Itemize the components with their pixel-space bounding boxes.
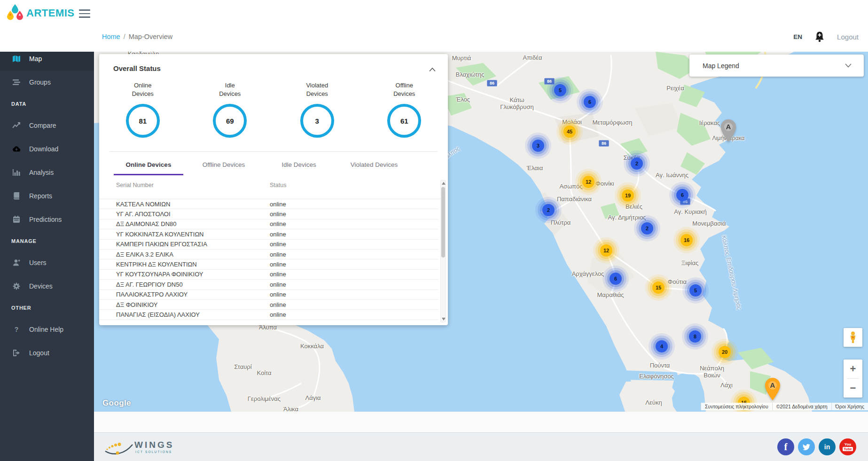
device-cluster-marker[interactable]: 20 — [719, 346, 731, 358]
tab-idle-devices[interactable]: Idle Devices — [261, 154, 336, 175]
table-row[interactable]: ΚΕΝΤΡΙΚΗ ΔΞ ΚΟΥΛΕΝΤΙΩΝ online — [99, 259, 438, 269]
attribution-link[interactable]: Συντομεύσεις πληκτρολογίου — [701, 403, 772, 410]
device-cluster-marker[interactable]: 12 — [600, 244, 612, 257]
device-status: online — [270, 231, 438, 238]
device-cluster-marker[interactable]: 15 — [652, 281, 665, 294]
cluster-count: 12 — [586, 179, 591, 185]
sidebar-item-label: Logout — [29, 349, 49, 357]
device-cluster-marker[interactable]: 6 — [610, 273, 622, 285]
device-cluster-marker[interactable]: 2 — [631, 157, 643, 170]
street-view-pegman[interactable] — [844, 328, 862, 347]
table-row[interactable]: ΔΞ ΔΑΙΜΟΝΙΑΣ DN80 online — [99, 219, 438, 229]
device-status: online — [270, 291, 438, 298]
device-cluster-marker[interactable]: 2 — [641, 222, 653, 234]
map-legend-label: Map Legend — [703, 62, 739, 70]
device-cluster-marker[interactable]: 6 — [584, 96, 596, 108]
twitter-icon[interactable] — [798, 438, 815, 455]
linkedin-icon[interactable]: in — [819, 438, 836, 455]
map-legend-toggle[interactable]: Map Legend — [689, 55, 864, 77]
table-row[interactable]: ΥΓ ΚΟΥΤΣΟΥΝΑΡΑ ΦΟΙΝΙΚΙΟΥ online — [99, 270, 438, 280]
sidebar-item-users[interactable]: Users — [0, 251, 94, 274]
language-selector[interactable]: EN — [793, 33, 802, 40]
cluster-count: 6 — [681, 192, 684, 198]
breadcrumb: Home / Map-Overview — [102, 33, 172, 40]
stat-online-devices: Online Devices 81 — [99, 81, 187, 138]
logout-link[interactable]: Logout — [837, 33, 859, 41]
sidebar-section-data: DATA — [0, 94, 94, 114]
device-cluster-marker[interactable]: 19 — [622, 189, 634, 202]
google-logo: Google — [102, 398, 131, 408]
route-badge: 86 — [487, 80, 497, 86]
device-status: online — [270, 220, 438, 227]
app-logo[interactable]: ARTEMIS — [7, 4, 75, 23]
table-scrollbar[interactable] — [440, 180, 446, 322]
scrollbar-up-arrow[interactable] — [442, 182, 446, 185]
menu-toggle-icon[interactable] — [79, 9, 90, 18]
device-cluster-marker[interactable]: 6 — [676, 189, 688, 201]
device-serial: ΚΑΜΠΕΡΙ ΠΑΚΙΩΝ ΕΡΓΟΣΤΑΣΙΑ — [116, 241, 270, 248]
table-row[interactable]: ΔΞ ΑΓ. ΓΕΩΡΓΙΟΥ DN50 online — [99, 280, 438, 289]
tab-violated-devices[interactable]: Violated Devices — [336, 154, 412, 175]
table-row[interactable]: ΔΞ ΕΛΙΚΑ 3.2 ΕΛΙΚΑ online — [99, 250, 438, 259]
scrollbar-down-arrow[interactable] — [442, 318, 446, 320]
device-cluster-marker[interactable]: 45 — [563, 125, 576, 138]
book-icon — [12, 192, 21, 200]
table-row[interactable]: ΚΑΣΤΕΛΑ ΝΟΜΙΩΝ online — [99, 199, 438, 209]
sidebar-item-devices[interactable]: Devices — [0, 274, 94, 298]
table-row[interactable]: ΥΓ ΚΟΚΚΙΝΑΤΣΑ ΚΟΥΛΕΝΤΙΩΝ online — [99, 229, 438, 239]
zoom-in-button[interactable]: + — [844, 359, 862, 378]
sidebar-item-download[interactable]: Download — [0, 137, 94, 161]
collapse-panel-button[interactable] — [429, 65, 436, 74]
breadcrumb-separator: / — [124, 33, 125, 40]
device-serial: ΠΑΝΑΓΙΑΣ (ΕΙΣΟΔΙΑ) ΛΑΧΙΟΥ — [116, 311, 270, 318]
sidebar-item-predictions[interactable]: Predictions — [0, 208, 94, 231]
page-footer: WINGS ICT SOLUTIONS f in You Tube — [94, 432, 868, 461]
stat-label: Violated Devices — [306, 81, 328, 98]
youtube-text-bottom: Tube — [843, 447, 852, 452]
zoom-out-button[interactable]: − — [844, 379, 862, 398]
device-cluster-marker[interactable]: 5 — [554, 84, 566, 96]
attribution-link[interactable]: ©2021 Δεδομένα χάρτη — [772, 403, 831, 410]
brand-name: ARTEMIS — [26, 7, 75, 19]
device-status: online — [270, 211, 438, 218]
breadcrumb-home-link[interactable]: Home — [102, 33, 120, 40]
location-pin-marker[interactable]: A — [720, 119, 737, 144]
device-status: online — [270, 271, 438, 278]
device-tabs: Online Devices Offline Devices Idle Devi… — [111, 154, 412, 175]
table-row[interactable]: ΚΑΜΠΕΡΙ ΠΑΚΙΩΝ ΕΡΓΟΣΤΑΣΙΑ online — [99, 240, 438, 250]
device-cluster-marker[interactable]: 5 — [689, 284, 702, 297]
device-cluster-marker[interactable]: 3 — [532, 140, 544, 152]
device-serial: ΥΓ ΚΟΥΤΣΟΥΝΑΡΑ ΦΟΙΝΙΚΙΟΥ — [116, 271, 270, 278]
device-cluster-marker[interactable]: 8 — [689, 330, 701, 343]
cluster-count: 4 — [660, 344, 663, 349]
sidebar-item-groups[interactable]: Groups — [0, 70, 94, 94]
location-pin-marker[interactable]: A — [764, 377, 781, 403]
youtube-icon[interactable]: You Tube — [839, 438, 856, 455]
scrollbar-thumb[interactable] — [441, 187, 445, 258]
device-cluster-marker[interactable]: 12 — [582, 176, 594, 188]
attribution-link[interactable]: Όροι Χρήσης — [831, 403, 868, 410]
notifications-bell-icon[interactable] — [814, 31, 825, 42]
table-row[interactable]: ΠΑΝΑΓΙΑΣ (ΕΙΣΟΔΙΑ) ΛΑΧΙΟΥ online — [99, 310, 438, 320]
sidebar-item-online-help[interactable]: ? Online Help — [0, 318, 94, 341]
table-row[interactable]: ΔΞ ΦΟΙΝΙΚΙΟΥ online — [99, 300, 438, 310]
stat-idle-devices: Idle Devices 69 — [187, 81, 274, 138]
col-serial-number: Serial Number — [116, 182, 270, 188]
sidebar-item-reports[interactable]: Reports — [0, 184, 94, 208]
tab-online-devices[interactable]: Online Devices — [111, 154, 186, 175]
table-row[interactable]: ΠΑΛΑΙΟΚΑΣΤΡΟ ΛΑΧΙΟΥ online — [99, 290, 438, 300]
table-row[interactable]: ΥΓ ΑΓ. ΑΠΟΣΤΟΛΟΙ online — [99, 209, 438, 219]
device-cluster-marker[interactable]: 4 — [656, 340, 668, 352]
device-cluster-marker[interactable]: 16 — [680, 234, 693, 246]
device-cluster-marker[interactable]: 2 — [542, 204, 555, 216]
sidebar-item-analysis[interactable]: Analysis — [0, 161, 94, 184]
sidebar-item-logout[interactable]: Logout — [0, 341, 94, 365]
facebook-icon[interactable]: f — [777, 438, 794, 455]
device-stats-row: Online Devices 81 Idle Devices 69 Violat… — [99, 81, 448, 138]
stat-violated-devices: Violated Devices 3 — [274, 81, 361, 138]
sidebar-item-compare[interactable]: Compare — [0, 114, 94, 137]
tab-offline-devices[interactable]: Offline Devices — [186, 154, 261, 175]
table-header: Serial Number Status — [99, 182, 431, 188]
cluster-count: 2 — [547, 207, 550, 213]
device-serial: ΥΓ ΚΟΚΚΙΝΑΤΣΑ ΚΟΥΛΕΝΤΙΩΝ — [116, 231, 270, 238]
